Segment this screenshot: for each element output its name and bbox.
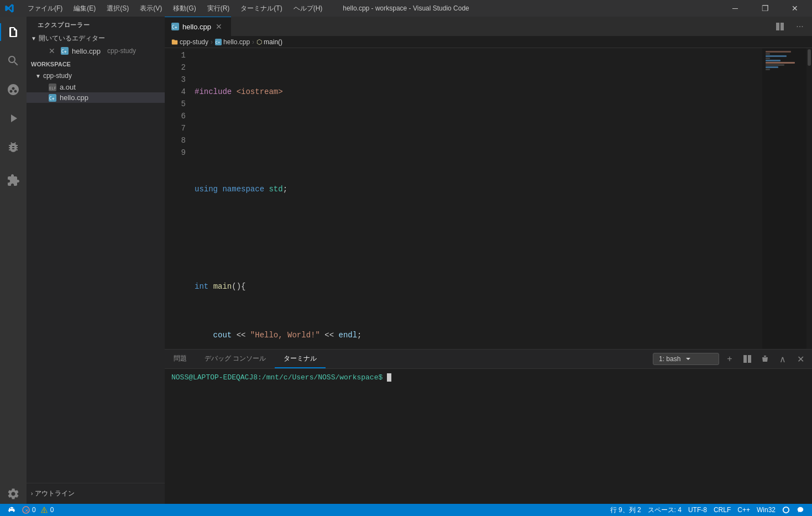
- menu-terminal[interactable]: ターミナル(T): [236, 3, 286, 14]
- line-ending[interactable]: CRLF: [710, 506, 734, 514]
- open-editor-hello-cpp[interactable]: ✕ C+ hello.cpp cpp-study: [27, 45, 165, 56]
- window-controls: ─ ❐ ✕: [722, 0, 808, 17]
- language-mode[interactable]: C++: [734, 506, 753, 514]
- activity-remote-icon[interactable]: [0, 134, 27, 160]
- file-name-hello-cpp: hello.cpp: [60, 93, 88, 102]
- tab-bar: C+ hello.cpp ✕ ···: [165, 17, 812, 36]
- split-terminal-button[interactable]: [740, 352, 755, 366]
- panel: 問題 デバッグ コンソール ターミナル 1: bash +: [165, 349, 812, 504]
- outline-section: › アウトライン: [27, 483, 165, 504]
- editor-file-group: cpp-study: [107, 47, 136, 55]
- restore-button[interactable]: ❐: [752, 0, 778, 17]
- code-editor[interactable]: 1 2 3 4 5 6 7 8 9 #include <iostream>: [165, 48, 812, 349]
- breadcrumb: cpp-study › C+ hello.cpp › ⬡ main(): [165, 36, 812, 48]
- outline-header[interactable]: › アウトライン: [27, 487, 165, 501]
- line-num-3: 3: [165, 74, 186, 86]
- line-num-2: 2: [165, 61, 186, 74]
- terminal-space: [383, 373, 387, 382]
- remote-indicator[interactable]: [4, 506, 19, 514]
- close-icon[interactable]: ✕: [49, 46, 55, 55]
- status-right: 行 9、列 2 スペース: 4 UTF-8 CRLF C++ Win32: [607, 505, 808, 515]
- activity-run-icon[interactable]: [0, 105, 27, 132]
- panel-tab-problems[interactable]: 問題: [165, 350, 196, 368]
- add-terminal-button[interactable]: +: [722, 352, 737, 366]
- platform[interactable]: Win32: [753, 506, 779, 514]
- workspace-section[interactable]: WORKSPACE: [27, 59, 165, 70]
- terminal-content[interactable]: NOSS@LAPTOP-EDEQACJ8:/mnt/c/Users/NOSS/w…: [165, 369, 812, 504]
- window-title: hello.cpp - workspace - Visual Studio Co…: [343, 4, 469, 12]
- folder-cpp-study[interactable]: ▼ cpp-study: [27, 70, 165, 82]
- line-num-6: 6: [165, 110, 186, 122]
- panel-tab-terminal[interactable]: ターミナル: [275, 350, 326, 368]
- terminal-prompt: NOSS@LAPTOP-EDEQACJ8:/mnt/c/Users/NOSS/w…: [171, 373, 383, 382]
- errors-warnings[interactable]: ✕ 0 0: [19, 506, 57, 514]
- error-count: 0: [32, 506, 36, 514]
- menu-edit[interactable]: 編集(E): [69, 3, 100, 14]
- breadcrumb-folder[interactable]: cpp-study: [171, 38, 208, 46]
- titlebar-left: ファイル(F) 編集(E) 選択(S) 表示(V) 移動(G) 実行(R) ター…: [4, 3, 327, 14]
- svg-text:✕: ✕: [25, 508, 29, 513]
- menu-selection[interactable]: 選択(S): [102, 3, 133, 14]
- encoding[interactable]: UTF-8: [685, 506, 710, 514]
- activity-extensions-icon[interactable]: [0, 167, 27, 194]
- breadcrumb-func-icon: ⬡: [256, 38, 262, 46]
- svg-text:C+: C+: [172, 25, 177, 30]
- tab-actions: ···: [772, 17, 812, 36]
- cpp-file-icon-sidebar: C+: [49, 94, 56, 102]
- menu-bar: ファイル(F) 編集(E) 選択(S) 表示(V) 移動(G) 実行(R) ター…: [23, 3, 327, 14]
- menu-help[interactable]: ヘルプ(H): [289, 3, 327, 14]
- minimize-button[interactable]: ─: [722, 0, 748, 17]
- terminal-dropdown-icon: [685, 356, 691, 362]
- breadcrumb-sep-1: ›: [211, 38, 213, 46]
- sidebar: エクスプローラー ▼ 開いているエディター ✕ C+ hello.cpp cpp…: [27, 17, 165, 504]
- open-editors-label: 開いているエディター: [39, 34, 105, 43]
- svg-text:ELF: ELF: [49, 86, 56, 91]
- notifications-button[interactable]: [779, 506, 793, 514]
- maximize-panel-button[interactable]: ∧: [776, 352, 790, 366]
- code-line-3: using namespace std;: [192, 183, 762, 195]
- menu-run[interactable]: 実行(R): [203, 3, 234, 14]
- line-num-7: 7: [165, 122, 186, 134]
- menu-file[interactable]: ファイル(F): [23, 3, 67, 14]
- code-line-6: cout << "Hello, World!" << endl;: [192, 329, 762, 341]
- close-button[interactable]: ✕: [782, 0, 808, 17]
- menu-go[interactable]: 移動(G): [169, 3, 200, 14]
- breadcrumb-sep-2: ›: [252, 38, 254, 46]
- feedback-button[interactable]: [793, 506, 808, 514]
- tab-close-icon[interactable]: ✕: [214, 22, 223, 31]
- scrollbar-thumb[interactable]: [808, 49, 811, 66]
- indentation[interactable]: スペース: 4: [645, 505, 685, 515]
- cpp-file-icon: C+: [61, 47, 69, 55]
- binary-file-icon: ELF: [49, 84, 56, 91]
- warning-count: 0: [50, 506, 54, 514]
- code-line-5: int main(){: [192, 280, 762, 293]
- terminal-selector[interactable]: 1: bash: [653, 353, 719, 365]
- breadcrumb-file[interactable]: C+ hello.cpp: [215, 38, 250, 46]
- line-num-9: 9: [165, 147, 186, 159]
- activity-git-icon[interactable]: [0, 76, 27, 103]
- split-editor-button[interactable]: [772, 20, 788, 33]
- close-panel-button[interactable]: ✕: [793, 352, 808, 366]
- cursor-position[interactable]: 行 9、列 2: [607, 505, 645, 515]
- file-name-a-out: a.out: [60, 83, 76, 91]
- vscode-logo-icon: [4, 3, 14, 13]
- panel-tab-debug[interactable]: デバッグ コンソール: [196, 350, 275, 368]
- breadcrumb-function[interactable]: ⬡ main(): [256, 38, 282, 46]
- line-num-1: 1: [165, 49, 186, 61]
- minimap: [762, 48, 806, 349]
- activity-search-icon[interactable]: [0, 48, 27, 74]
- line-num-5: 5: [165, 98, 186, 110]
- activity-explorer-icon[interactable]: [0, 19, 27, 45]
- open-editors-section[interactable]: ▼ 開いているエディター: [27, 32, 165, 45]
- main-area: エクスプローラー ▼ 開いているエディター ✕ C+ hello.cpp cpp…: [0, 17, 812, 504]
- menu-view[interactable]: 表示(V): [135, 3, 166, 14]
- file-hello-cpp[interactable]: C+ hello.cpp: [27, 92, 165, 103]
- scrollbar[interactable]: [806, 48, 812, 349]
- delete-terminal-button[interactable]: [758, 352, 772, 366]
- code-content[interactable]: #include <iostream> using namespace std;…: [192, 48, 762, 349]
- file-a-out[interactable]: ELF a.out: [27, 82, 165, 92]
- more-actions-button[interactable]: ···: [792, 20, 808, 33]
- tab-hello-cpp[interactable]: C+ hello.cpp ✕: [165, 17, 231, 36]
- editor-area: C+ hello.cpp ✕ ···: [165, 17, 812, 349]
- activity-settings-icon[interactable]: [0, 481, 27, 504]
